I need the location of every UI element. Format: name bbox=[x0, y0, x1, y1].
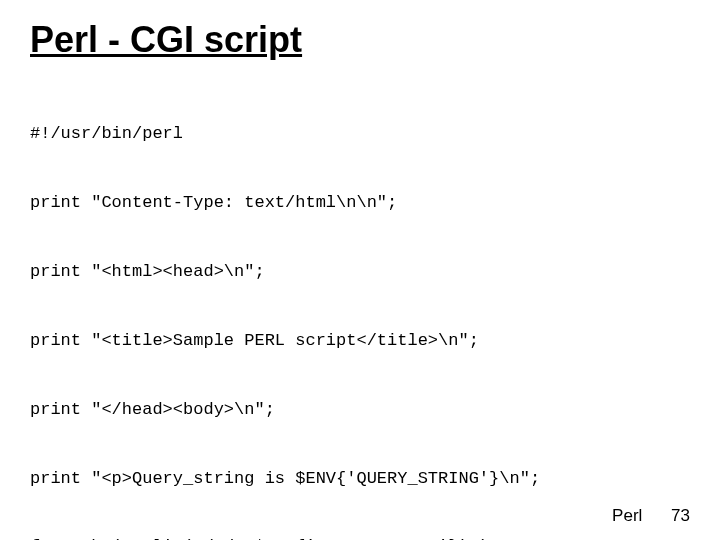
slide-title: Perl - CGI script bbox=[30, 20, 690, 60]
code-line: print "<p>Query_string is $ENV{'QUERY_ST… bbox=[30, 468, 690, 491]
footer: Perl 73 bbox=[612, 506, 690, 526]
code-line: foreach ( split( /&/, $ENV{'QUERY_STRING… bbox=[30, 536, 690, 540]
code-line: #!/usr/bin/perl bbox=[30, 123, 690, 146]
code-line: print "<html><head>\n"; bbox=[30, 261, 690, 284]
slide: Perl - CGI script #!/usr/bin/perl print … bbox=[0, 0, 720, 540]
code-line: print "<title>Sample PERL script</title>… bbox=[30, 330, 690, 353]
page-number: 73 bbox=[671, 506, 690, 525]
code-line: print "Content-Type: text/html\n\n"; bbox=[30, 192, 690, 215]
footer-label: Perl bbox=[612, 506, 642, 525]
code-line: print "</head><body>\n"; bbox=[30, 399, 690, 422]
code-block: #!/usr/bin/perl print "Content-Type: tex… bbox=[30, 78, 690, 540]
